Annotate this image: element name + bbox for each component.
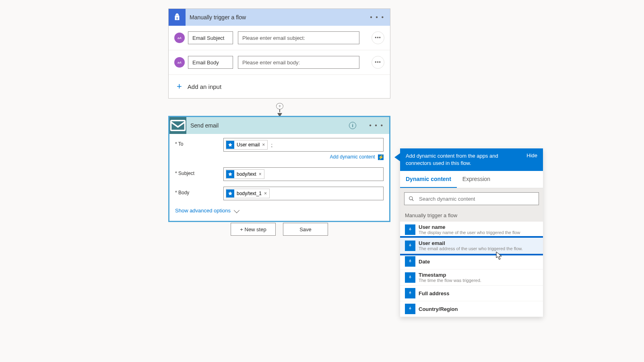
dc-search-container — [400, 188, 543, 209]
dc-item-title: Country/Region — [419, 306, 458, 312]
dc-tabs: Dynamic content Expression — [400, 171, 543, 188]
input-placeholder-field[interactable] — [238, 31, 359, 44]
input-placeholder-field[interactable] — [238, 56, 359, 69]
token-body-text[interactable]: body/text × — [226, 169, 264, 179]
dc-panel-header: Add dynamic content from the apps and co… — [400, 148, 543, 171]
trigger-menu-button[interactable]: • • • — [370, 14, 384, 21]
token-label: body/text_1 — [237, 191, 262, 196]
action-title: Send email — [190, 122, 219, 129]
dc-item-full-address[interactable]: Full address — [400, 286, 543, 301]
advanced-options-label: Show advanced options — [175, 208, 231, 214]
input-row-menu[interactable]: ••• — [372, 56, 384, 69]
input-name-field[interactable] — [188, 31, 233, 44]
token-user-email[interactable]: User email × — [226, 140, 268, 150]
dc-search-box[interactable] — [404, 192, 539, 205]
dc-item-icon — [405, 272, 415, 283]
action-menu-button[interactable]: • • • — [369, 122, 384, 129]
dc-search-input[interactable] — [419, 196, 535, 202]
field-row-to: * To User email × ; — [169, 134, 389, 153]
input-name-field[interactable] — [188, 56, 233, 69]
dc-item-title: User name — [419, 224, 520, 230]
dynamic-content-panel: Add dynamic content from the apps and co… — [400, 148, 543, 317]
dc-item-icon — [405, 224, 415, 235]
field-input-body[interactable]: body/text_1 × — [223, 187, 384, 200]
svg-rect-1 — [171, 121, 185, 131]
new-step-button[interactable]: + New step — [231, 223, 276, 236]
action-header[interactable]: Send email i • • • — [169, 117, 389, 134]
dc-item-icon — [405, 288, 415, 298]
add-dynamic-content-row: Add dynamic content ⚡ — [169, 153, 389, 163]
lightning-icon[interactable]: ⚡ — [378, 154, 384, 160]
dc-item-title: Timestamp — [419, 272, 481, 278]
field-label-subject: * Subject — [175, 167, 223, 176]
token-icon — [226, 189, 234, 197]
trigger-header[interactable]: Manually trigger a flow • • • — [169, 9, 390, 26]
dc-item-user-name[interactable]: User name The display name of the user w… — [400, 222, 543, 238]
plus-icon: + — [177, 81, 182, 92]
add-input-button[interactable]: + Add an input — [169, 75, 390, 98]
save-button[interactable]: Save — [283, 223, 328, 236]
token-separator: ; — [271, 142, 272, 148]
input-row-menu[interactable]: ••• — [372, 31, 384, 44]
token-icon — [226, 170, 234, 178]
token-label: User email — [237, 142, 260, 148]
dc-item-title: Date — [419, 259, 430, 265]
add-dynamic-content-link[interactable]: Add dynamic content — [330, 154, 375, 160]
field-row-body: * Body body/text_1 × — [169, 183, 389, 202]
tab-expression[interactable]: Expression — [457, 171, 496, 188]
trigger-title: Manually trigger a flow — [190, 14, 246, 21]
dc-item-desc: The time the flow was triggered. — [419, 278, 481, 283]
bottom-buttons: + New step Save — [231, 223, 328, 236]
trigger-card: Manually trigger a flow • • • aA ••• aA … — [168, 8, 390, 99]
connector-arrow: + — [278, 103, 282, 117]
tab-dynamic-content[interactable]: Dynamic content — [400, 171, 457, 188]
dc-list[interactable]: Manually trigger a flow User name The di… — [400, 209, 543, 317]
svg-line-3 — [412, 200, 414, 201]
dc-item-desc: The display name of the user who trigger… — [419, 230, 520, 235]
info-button[interactable]: i — [349, 122, 356, 129]
dc-item-icon — [405, 304, 415, 314]
dc-hide-button[interactable]: Hide — [526, 152, 537, 167]
dc-group-header: Manually trigger a flow — [400, 209, 543, 222]
trigger-input-row: aA ••• — [169, 26, 390, 50]
svg-point-2 — [409, 197, 413, 200]
show-advanced-options[interactable]: Show advanced options — [169, 202, 389, 221]
dc-item-country-region[interactable]: Country/Region — [400, 301, 543, 317]
token-remove[interactable]: × — [259, 171, 262, 177]
token-remove[interactable]: × — [264, 191, 267, 196]
field-input-to[interactable]: User email × ; — [223, 138, 384, 152]
token-remove[interactable]: × — [262, 142, 265, 148]
insert-step-button[interactable]: + — [276, 103, 283, 109]
token-label: body/text — [237, 171, 256, 177]
text-type-icon: aA — [174, 33, 185, 43]
field-label-body: * Body — [175, 187, 223, 195]
text-type-icon: aA — [174, 57, 185, 68]
chevron-down-icon — [234, 208, 239, 213]
action-card: Send email i • • • * To User email × ; A… — [168, 116, 390, 222]
dc-item-date[interactable]: Date — [400, 254, 543, 269]
trigger-icon — [169, 9, 186, 26]
dc-item-icon — [405, 256, 415, 267]
dc-item-timestamp[interactable]: Timestamp The time the flow was triggere… — [400, 269, 543, 286]
token-body-text-1[interactable]: body/text_1 × — [226, 189, 270, 198]
search-icon — [409, 196, 414, 202]
dc-item-desc: The email address of the user who trigge… — [419, 246, 523, 251]
field-input-subject[interactable]: body/text × — [223, 167, 384, 181]
dc-item-title: Full address — [419, 290, 450, 296]
panel-pointer — [394, 153, 400, 161]
field-label-to: * To — [175, 138, 223, 147]
dc-panel-description: Add dynamic content from the apps and co… — [406, 152, 518, 167]
dc-item-user-email[interactable]: User email The email address of the user… — [400, 238, 543, 254]
email-icon — [169, 117, 186, 134]
add-input-label: Add an input — [188, 83, 221, 90]
field-row-subject: * Subject body/text × — [169, 163, 389, 183]
trigger-input-row: aA ••• — [169, 50, 390, 75]
dc-item-title: User email — [419, 240, 523, 246]
token-icon — [226, 141, 234, 149]
dc-item-icon — [405, 241, 415, 251]
